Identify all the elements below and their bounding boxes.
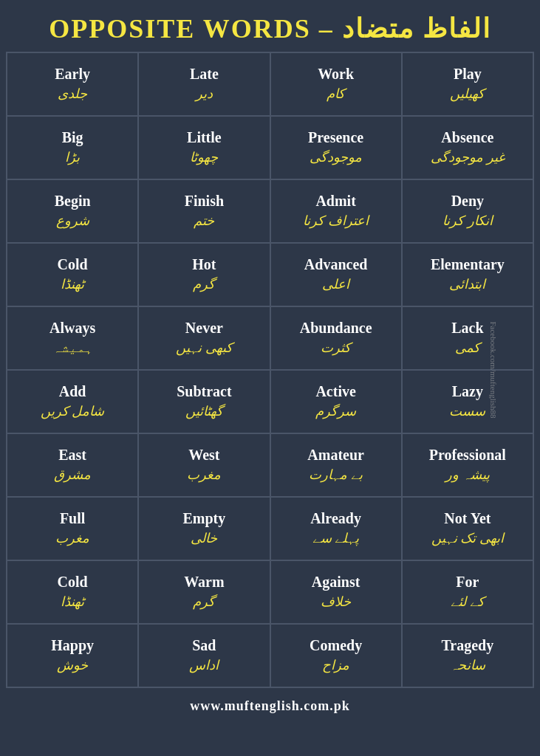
- word-cell: Finishختم: [139, 180, 270, 244]
- urdu-word: مغرب: [55, 530, 89, 547]
- urdu-word: مغرب: [187, 467, 221, 484]
- footer: www.muftenglish.com.pk: [0, 688, 540, 721]
- urdu-word: چھوٹا: [190, 149, 218, 166]
- word-cell: Lateدیر: [139, 53, 270, 117]
- urdu-word: ٹھنڈا: [61, 276, 84, 293]
- urdu-word: شامل کریں: [41, 403, 105, 420]
- english-word: Sad: [192, 636, 216, 654]
- word-cell: Addشامل کریں: [7, 371, 139, 434]
- urdu-word: جلدی: [58, 86, 87, 103]
- english-word: Work: [318, 65, 354, 83]
- english-word: For: [456, 573, 479, 591]
- word-cell: Workکام: [271, 53, 403, 117]
- word-cell: Lazyسست: [403, 371, 534, 434]
- english-word: Admit: [315, 192, 355, 210]
- english-word: Little: [187, 128, 222, 146]
- english-word: Against: [312, 573, 360, 591]
- word-cell: Admitاعتراف کرنا: [271, 180, 403, 244]
- page-title: OPPOSITE WORDS – الفاظ متضاد: [7, 13, 533, 44]
- urdu-word: پیشہ ور: [445, 467, 490, 484]
- word-cell: Eastمشرق: [7, 434, 139, 498]
- urdu-word: بڑا: [65, 149, 80, 166]
- word-cell: Elementaryابتدائی: [403, 244, 534, 307]
- english-word: Add: [59, 382, 86, 400]
- english-word: Cold: [58, 573, 88, 591]
- word-cell: Bigبڑا: [7, 117, 139, 180]
- english-word: Advanced: [304, 255, 368, 273]
- english-word: Lack: [451, 319, 483, 337]
- english-word: Not Yet: [444, 509, 491, 527]
- urdu-word: شروع: [56, 213, 89, 230]
- urdu-word: خلاف: [321, 594, 351, 611]
- english-word: East: [58, 446, 86, 464]
- word-cell: Playکھیلیں: [403, 53, 534, 117]
- english-word: Cold: [58, 255, 88, 273]
- english-word: Professional: [429, 446, 506, 464]
- english-word: Warm: [184, 573, 224, 591]
- english-word: Begin: [55, 192, 91, 210]
- english-word: Always: [49, 319, 95, 337]
- word-cell: Not Yetابھی تک نہیں: [403, 498, 534, 561]
- urdu-word: ہمیشہ: [52, 340, 93, 357]
- word-cell: Alreadyپہلے سے: [271, 498, 403, 561]
- urdu-word: اعلی: [322, 276, 349, 293]
- urdu-word: گرم: [193, 594, 215, 611]
- word-cell: Presenceموجودگی: [271, 117, 403, 180]
- word-cell: Abundanceکثرت: [271, 307, 403, 371]
- word-cell: Hotگرم: [139, 244, 270, 307]
- english-word: Deny: [451, 192, 484, 210]
- english-word: Play: [454, 65, 482, 83]
- word-cell: Coldٹھنڈا: [7, 561, 139, 625]
- english-word: Empty: [182, 509, 225, 527]
- english-word: Amateur: [307, 446, 364, 464]
- english-word: Presence: [308, 128, 363, 146]
- english-word: Abundance: [300, 319, 372, 337]
- english-word: Happy: [51, 636, 94, 654]
- word-cell: Tragedyسانحہ: [403, 625, 534, 688]
- english-word: Tragedy: [442, 636, 494, 654]
- english-word: Active: [315, 382, 355, 400]
- english-word: Late: [190, 65, 219, 83]
- word-cell: Neverکبھی نہیں: [139, 307, 270, 371]
- urdu-word: مزاح: [322, 657, 349, 674]
- word-cell: Comedyمزاح: [271, 625, 403, 688]
- english-word: Big: [62, 128, 83, 146]
- word-cell: Advancedاعلی: [271, 244, 403, 307]
- footer-url: www.muftenglish.com.pk: [190, 698, 350, 713]
- urdu-word: کھیلیں: [450, 86, 485, 103]
- english-word: Absence: [441, 128, 493, 146]
- english-word: Never: [185, 319, 223, 337]
- urdu-word: کام: [327, 86, 345, 103]
- english-word: Already: [310, 509, 361, 527]
- word-cell: Sadاداس: [139, 625, 270, 688]
- grid-wrapper: EarlyجلدیLateدیرWorkکامPlayکھیلیںBigبڑاL…: [0, 52, 540, 688]
- english-word: Hot: [192, 255, 216, 273]
- urdu-word: ختم: [194, 213, 214, 230]
- word-cell: Happyخوش: [7, 625, 139, 688]
- word-cell: Littleچھوٹا: [139, 117, 270, 180]
- word-cell: Activeسرگرم: [271, 371, 403, 434]
- urdu-word: اداس: [189, 657, 219, 674]
- urdu-word: خالی: [191, 530, 217, 547]
- urdu-word: انکار کرنا: [442, 213, 493, 230]
- urdu-word: دیر: [196, 86, 213, 103]
- word-cell: Warmگرم: [139, 561, 270, 625]
- urdu-word: ٹھنڈا: [61, 594, 84, 611]
- english-word: Full: [60, 509, 85, 527]
- urdu-word: غیر موجودگی: [431, 149, 505, 166]
- english-word: Finish: [185, 192, 224, 210]
- urdu-word: سرگرم: [315, 403, 356, 420]
- urdu-word: سانحہ: [450, 657, 485, 674]
- urdu-word: موجودگی: [310, 149, 362, 166]
- english-word: Subtract: [177, 382, 231, 400]
- word-cell: Beginشروع: [7, 180, 139, 244]
- word-cell: Againstخلاف: [271, 561, 403, 625]
- urdu-word: کبھی نہیں: [176, 340, 233, 357]
- word-cell: Fullمغرب: [7, 498, 139, 561]
- word-cell: Forکے لئے: [403, 561, 534, 625]
- urdu-word: گرم: [193, 276, 215, 293]
- urdu-word: کمی: [455, 340, 480, 357]
- word-cell: Subtractگھٹائیں: [139, 371, 270, 434]
- word-cell: Alwaysہمیشہ: [7, 307, 139, 371]
- english-word: Comedy: [310, 636, 362, 654]
